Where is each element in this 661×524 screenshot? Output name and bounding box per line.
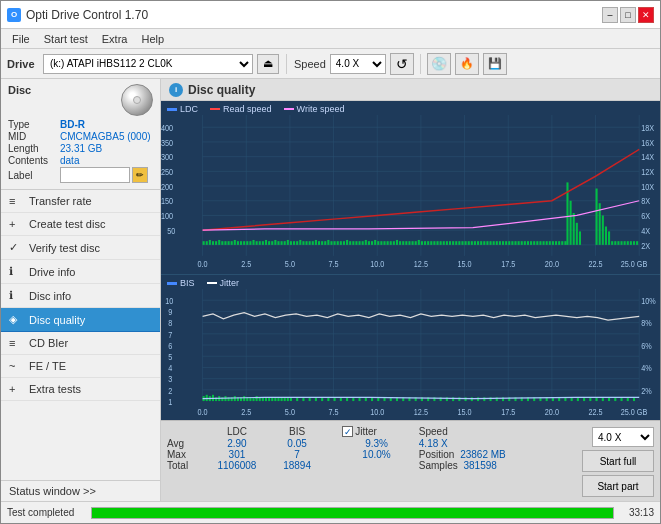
- maximize-button[interactable]: □: [620, 7, 636, 23]
- svg-rect-67: [259, 241, 261, 245]
- label-input[interactable]: [60, 167, 130, 183]
- nav-item-disc-info[interactable]: ℹ Disc info: [1, 284, 160, 308]
- svg-rect-141: [602, 215, 604, 244]
- nav-list: ≡ Transfer rate + Create test disc ✓ Ver…: [1, 190, 160, 480]
- save-icon-btn[interactable]: 💾: [483, 53, 507, 75]
- svg-rect-77: [290, 241, 292, 245]
- avg-ldc: 2.90: [202, 438, 272, 449]
- minimize-button[interactable]: –: [602, 7, 618, 23]
- drive-selector[interactable]: (k:) ATAPI iHBS112 2 CL0K: [43, 54, 253, 74]
- svg-rect-94: [343, 241, 345, 245]
- svg-rect-174: [561, 241, 563, 245]
- svg-rect-79: [296, 241, 298, 245]
- start-part-button[interactable]: Start part: [582, 475, 654, 497]
- verify-test-disc-icon: ✓: [9, 241, 23, 254]
- svg-rect-128: [449, 241, 451, 245]
- contents-label: Contents: [8, 155, 60, 166]
- svg-text:0.0: 0.0: [198, 259, 209, 269]
- contents-value: data: [60, 155, 79, 166]
- total-ldc: 1106008: [202, 460, 272, 471]
- svg-rect-130: [455, 241, 457, 245]
- status-window-btn[interactable]: Status window >>: [1, 480, 160, 501]
- disc-hole: [133, 96, 141, 104]
- svg-rect-97: [352, 241, 354, 245]
- refresh-button[interactable]: ↺: [390, 53, 414, 75]
- nav-item-cd-bier[interactable]: ≡ CD BIer: [1, 332, 160, 355]
- svg-rect-49: [203, 241, 205, 245]
- nav-item-create-test-disc[interactable]: + Create test disc: [1, 213, 160, 236]
- svg-rect-106: [380, 241, 382, 245]
- svg-rect-61: [240, 241, 242, 245]
- svg-text:150: 150: [161, 197, 174, 207]
- legend-ldc: LDC: [167, 104, 198, 114]
- svg-text:8: 8: [168, 319, 173, 329]
- svg-text:200: 200: [161, 182, 174, 192]
- svg-rect-56: [224, 241, 226, 245]
- window-controls: – □ ✕: [602, 7, 654, 23]
- menu-file[interactable]: File: [5, 32, 37, 46]
- svg-text:10%: 10%: [641, 297, 656, 307]
- disc-mid-row: MID CMCMAGBA5 (000): [8, 131, 153, 142]
- svg-rect-84: [312, 241, 314, 245]
- bottom-stats: LDC BIS ✓ Jitter Speed: [161, 420, 660, 501]
- disc-type-row: Type BD-R: [8, 119, 153, 130]
- drive-info-icon: ℹ: [9, 265, 23, 278]
- menu-starttest[interactable]: Start test: [37, 32, 95, 46]
- total-samples-area: Samples 381598: [415, 460, 578, 471]
- svg-text:22.5: 22.5: [588, 259, 603, 269]
- disc-icon-btn[interactable]: 💿: [427, 53, 451, 75]
- chart1-legend: LDC Read speed Write speed: [161, 103, 660, 115]
- svg-rect-289: [471, 398, 473, 402]
- svg-text:12.5: 12.5: [414, 259, 429, 269]
- close-button[interactable]: ✕: [638, 7, 654, 23]
- disc-info-panel: Disc Type BD-R MID CMCMAGBA5 (000) Lengt…: [1, 79, 160, 190]
- svg-rect-83: [309, 241, 311, 245]
- svg-rect-148: [480, 241, 482, 245]
- nav-item-verify-test-disc[interactable]: ✓ Verify test disc: [1, 236, 160, 260]
- svg-text:25.0 GB: 25.0 GB: [621, 407, 648, 417]
- ldc-header: LDC: [202, 425, 272, 438]
- svg-rect-59: [234, 240, 236, 245]
- legend-write-speed: Write speed: [284, 104, 345, 114]
- svg-rect-159: [514, 241, 516, 245]
- burn-icon-btn[interactable]: 🔥: [455, 53, 479, 75]
- svg-rect-155: [502, 241, 504, 245]
- avg-jitter: 9.3%: [338, 438, 415, 449]
- svg-rect-177: [614, 241, 616, 245]
- svg-rect-65: [252, 240, 254, 245]
- nav-item-transfer-rate[interactable]: ≡ Transfer rate: [1, 190, 160, 213]
- svg-rect-181: [627, 241, 629, 245]
- menu-extra[interactable]: Extra: [95, 32, 135, 46]
- jitter-checkbox[interactable]: ✓: [342, 426, 353, 437]
- start-full-button[interactable]: Start full: [582, 450, 654, 472]
- nav-item-drive-info[interactable]: ℹ Drive info: [1, 260, 160, 284]
- svg-text:8%: 8%: [641, 319, 652, 329]
- max-label: Max: [167, 449, 202, 460]
- chart2-svg: 10 9 8 7 6 5 4 3 2 1 10% 8% 6%: [161, 289, 660, 420]
- svg-rect-117: [415, 241, 417, 245]
- svg-rect-183: [633, 241, 635, 245]
- svg-text:8X: 8X: [641, 197, 651, 207]
- nav-item-extra-tests[interactable]: + Extra tests: [1, 378, 160, 401]
- svg-rect-87: [321, 241, 323, 245]
- title-bar-left: O Opti Drive Control 1.70: [7, 8, 148, 22]
- action-buttons-area: 4.0 X Start full Start part: [582, 425, 654, 497]
- ldc-color: [167, 108, 177, 111]
- label-edit-btn[interactable]: ✏: [132, 167, 148, 183]
- nav-item-fe-te[interactable]: ~ FE / TE: [1, 355, 160, 378]
- speed-header: Speed: [415, 425, 578, 438]
- svg-rect-74: [281, 241, 283, 245]
- menu-help[interactable]: Help: [134, 32, 171, 46]
- svg-text:6X: 6X: [641, 212, 651, 222]
- nav-item-disc-quality[interactable]: ◈ Disc quality: [1, 308, 160, 332]
- speed-selector[interactable]: 4.0 X: [330, 54, 386, 74]
- svg-rect-62: [243, 241, 245, 245]
- svg-text:7: 7: [168, 330, 173, 340]
- svg-rect-245: [243, 396, 245, 401]
- svg-rect-135: [570, 201, 572, 245]
- eject-button[interactable]: ⏏: [257, 54, 279, 74]
- speed-action-select[interactable]: 4.0 X: [592, 427, 654, 447]
- svg-rect-122: [430, 241, 432, 245]
- svg-text:12.5: 12.5: [414, 407, 429, 417]
- chart2-area: BIS Jitter: [161, 274, 660, 420]
